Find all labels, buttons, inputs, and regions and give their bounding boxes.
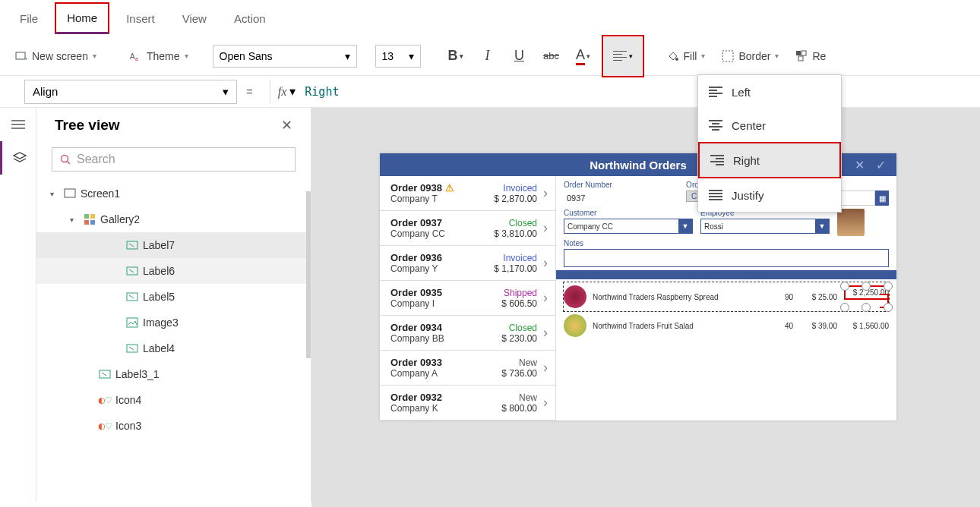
tree-item-gallery[interactable]: ▾ Gallery2 xyxy=(36,206,311,232)
reorder-button[interactable]: Re xyxy=(789,46,832,67)
order-row[interactable]: Order 0933 Company A New $ 736.00 › xyxy=(380,351,555,386)
close-icon[interactable]: ✕ xyxy=(281,117,292,134)
order-id: Order 0935 xyxy=(390,287,501,298)
line-price: $ 25.00 xyxy=(799,293,837,301)
expand-icon[interactable]: ▾ xyxy=(50,190,59,198)
line-item[interactable]: Northwind Traders Raspberry Spread 90 $ … xyxy=(564,282,889,311)
calendar-icon[interactable]: ▦ xyxy=(875,191,889,206)
hamburger-button[interactable] xyxy=(0,108,36,141)
border-button[interactable]: Border ▾ xyxy=(716,46,785,67)
align-center-option[interactable]: Center xyxy=(698,109,841,142)
order-status: New xyxy=(501,392,537,403)
fill-button[interactable]: Fill ▾ xyxy=(661,46,712,67)
order-row[interactable]: Order 0935 Company I Shipped $ 606.50 › xyxy=(380,281,555,316)
order-status: Closed xyxy=(494,218,537,228)
order-company: Company I xyxy=(390,298,501,309)
label-icon xyxy=(126,342,138,354)
order-amount: $ 800.00 xyxy=(501,403,537,414)
align-justify-option[interactable]: Justify xyxy=(698,178,841,212)
theme-button[interactable]: Aa Theme ▾ xyxy=(124,46,194,67)
font-size-select[interactable]: 13 ▾ xyxy=(375,45,421,68)
employee-combo[interactable]: Rossi▼ xyxy=(700,219,830,234)
tree-item-icon3[interactable]: ◐♡ Icon3 xyxy=(36,413,311,439)
tree-label: Image3 xyxy=(143,316,179,329)
strikethrough-button[interactable]: abc xyxy=(538,43,565,70)
chevron-right-icon: › xyxy=(543,290,548,306)
menu-action[interactable]: Action xyxy=(223,5,277,33)
order-row[interactable]: Order 0936 Company Y Invoiced $ 1,170.00… xyxy=(380,246,555,281)
detail-form: Order Number 0937 Order Status Closed at… xyxy=(556,176,896,420)
tree-view-button[interactable] xyxy=(0,141,36,175)
customer-value: Company CC xyxy=(564,222,616,231)
font-select[interactable]: Open Sans ▾ xyxy=(213,45,357,68)
size-value: 13 xyxy=(382,50,394,62)
order-amount: $ 2,870.00 xyxy=(494,194,537,204)
tree-item-label4[interactable]: Label4 xyxy=(36,335,311,361)
order-id: Order 0936 xyxy=(390,252,494,263)
ribbon: + New screen ▾ Aa Theme ▾ Open Sans ▾ 13… xyxy=(0,36,980,76)
theme-icon: Aa xyxy=(130,50,142,62)
order-row[interactable]: Order 0932 Company K New $ 800.00 › xyxy=(380,386,555,420)
customer-combo[interactable]: Company CC▼ xyxy=(564,219,693,234)
search-input[interactable]: Search xyxy=(52,147,296,172)
fill-icon xyxy=(667,50,679,62)
notes-input[interactable] xyxy=(564,249,889,267)
align-dropdown: Left Center Right Justify xyxy=(697,74,842,213)
order-row[interactable]: Order 0938 ⚠ Company T Invoiced $ 2,870.… xyxy=(380,176,555,211)
product-name: Northwind Traders Fruit Salad xyxy=(593,322,764,330)
save-icon[interactable]: ✓ xyxy=(872,156,889,173)
search-placeholder: Search xyxy=(77,153,115,166)
menu-view[interactable]: View xyxy=(172,5,217,33)
svg-text:a: a xyxy=(135,56,138,61)
expand-icon[interactable]: ▾ xyxy=(70,216,79,224)
line-item[interactable]: Northwind Traders Fruit Salad 40 $ 39.00… xyxy=(564,311,889,340)
bold-button[interactable]: B▾ xyxy=(442,43,469,70)
chevron-down-icon[interactable]: ▾ xyxy=(289,84,296,99)
align-button[interactable]: ▾ xyxy=(604,37,642,75)
notes-label: Notes xyxy=(564,239,889,247)
dd-label: Center xyxy=(732,119,766,132)
chevron-down-icon: ▾ xyxy=(701,52,705,60)
chevron-right-icon: › xyxy=(543,220,548,236)
scrollbar[interactable] xyxy=(306,191,311,358)
order-company: Company Y xyxy=(390,263,494,274)
align-right-option[interactable]: Right xyxy=(700,143,839,177)
app-title: Northwind Orders xyxy=(590,159,687,172)
chevron-down-icon: ▼ xyxy=(815,219,829,233)
dd-label: Justify xyxy=(732,189,764,202)
font-color-button[interactable]: A▾ xyxy=(570,43,597,70)
align-left-option[interactable]: Left xyxy=(698,75,841,109)
formula-value[interactable]: Right xyxy=(305,85,339,99)
menu-file[interactable]: File xyxy=(9,5,49,33)
menu-home[interactable]: Home xyxy=(55,2,109,34)
order-row[interactable]: Order 0934 Company BB Closed $ 230.00 › xyxy=(380,316,555,351)
new-screen-label: New screen xyxy=(32,50,88,62)
tree-item-icon4[interactable]: ◐♡ Icon4 xyxy=(36,387,311,413)
italic-button[interactable]: I xyxy=(474,43,501,70)
selected-label[interactable]: $ 2,250.00 xyxy=(844,285,889,308)
order-status: Invoiced xyxy=(494,253,537,263)
svg-rect-18 xyxy=(90,220,95,225)
icon-group-icon: ◐♡ xyxy=(99,394,111,406)
menu-insert[interactable]: Insert xyxy=(115,5,166,33)
delete-icon[interactable]: ✕ xyxy=(851,156,868,173)
underline-button[interactable]: U xyxy=(506,43,533,70)
tree-item-screen[interactable]: ▾ Screen1 xyxy=(36,181,311,206)
tree-item-label5[interactable]: Label5 xyxy=(36,284,311,310)
tree-item-label7[interactable]: Label7 xyxy=(36,232,311,258)
chevron-right-icon: › xyxy=(543,360,548,376)
chevron-down-icon: ▾ xyxy=(223,85,229,99)
layers-icon xyxy=(13,152,27,164)
chevron-down-icon: ▾ xyxy=(775,52,779,60)
tree-label: Label7 xyxy=(143,239,175,251)
new-screen-button[interactable]: + New screen ▾ xyxy=(9,46,103,67)
tree-title: Tree view xyxy=(55,117,120,134)
tree-panel: Tree view ✕ Search ▾ Screen1 ▾ Gallery2 … xyxy=(36,108,311,502)
property-select[interactable]: Align ▾ xyxy=(24,80,237,104)
label-icon xyxy=(99,368,111,380)
order-id: Order 0933 xyxy=(390,357,501,368)
order-row[interactable]: Order 0937 Company CC Closed $ 3,810.00 … xyxy=(380,211,555,246)
tree-item-image3[interactable]: Image3 xyxy=(36,310,311,335)
tree-item-label6[interactable]: Label6 xyxy=(36,258,311,284)
tree-item-label31[interactable]: Label3_1 xyxy=(36,361,311,387)
